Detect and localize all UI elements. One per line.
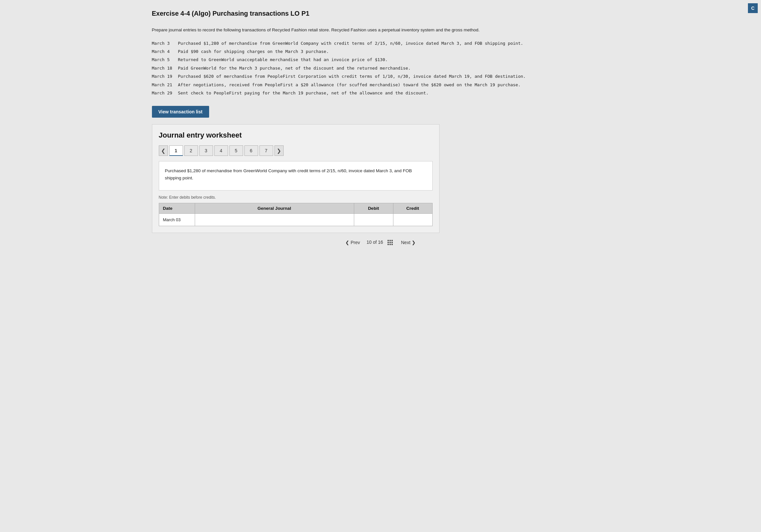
next-chevron-icon: ❯ <box>412 240 416 245</box>
transaction-date: March 21 <box>152 81 178 89</box>
transaction-text: Paid GreenWorld for the March 3 purchase… <box>178 64 610 72</box>
list-item: March 21 After negotiations, received fr… <box>152 81 610 89</box>
of-label: of <box>373 240 378 245</box>
list-item: March 29 Sent check to PeopleFirst payin… <box>152 89 610 97</box>
prev-label: Prev <box>351 240 360 245</box>
prev-tab-arrow[interactable]: ❮ <box>159 146 168 156</box>
transaction-text: After negotiations, received from People… <box>178 81 610 89</box>
worksheet-container: Journal entry worksheet ❮ 1 2 3 4 5 6 7 … <box>152 124 439 233</box>
transactions-list: March 3 Purchased $1,280 of merchandise … <box>152 39 610 97</box>
transaction-description: Purchased $1,280 of merchandise from Gre… <box>159 161 433 191</box>
transaction-text: Sent check to PeopleFirst paying for the… <box>178 89 610 97</box>
grid-icon[interactable] <box>386 240 394 245</box>
transaction-date: March 18 <box>152 64 178 72</box>
view-transaction-list-button[interactable]: View transaction list <box>152 106 209 118</box>
prev-chevron-icon: ❮ <box>345 240 349 245</box>
transaction-text: Returned to GreenWorld unacceptable merc… <box>178 56 610 63</box>
tab-navigation: ❮ 1 2 3 4 5 6 7 ❯ <box>159 146 433 156</box>
transaction-text: Purchased $1,280 of merchandise from Gre… <box>178 39 610 47</box>
tab-4[interactable]: 4 <box>214 146 228 156</box>
row-debit[interactable] <box>354 214 393 226</box>
transaction-date: March 29 <box>152 89 178 97</box>
bottom-navigation: ❮ Prev 10 of 16 Next ❯ <box>152 240 610 245</box>
credit-input[interactable] <box>393 214 432 226</box>
page-title: Exercise 4-4 (Algo) Purchasing transacti… <box>152 10 610 17</box>
next-button[interactable]: Next ❯ <box>401 240 416 245</box>
journal-table: Date General Journal Debit Credit March … <box>159 203 433 226</box>
tab-7[interactable]: 7 <box>260 146 273 156</box>
header-date: Date <box>159 203 195 214</box>
row-general-journal[interactable] <box>195 214 354 226</box>
transaction-date: March 5 <box>152 56 178 63</box>
transaction-date: March 19 <box>152 73 178 80</box>
total-pages: 16 <box>378 240 383 245</box>
tab-2[interactable]: 2 <box>184 146 198 156</box>
header-general-journal: General Journal <box>195 203 354 214</box>
tab-5[interactable]: 5 <box>229 146 243 156</box>
tab-1[interactable]: 1 <box>169 146 183 156</box>
worksheet-title: Journal entry worksheet <box>159 131 433 140</box>
current-page: 10 <box>367 240 372 245</box>
instructions-text: Prepare journal entries to record the fo… <box>152 27 610 34</box>
transaction-date: March 4 <box>152 48 178 55</box>
transaction-text: Purchased $620 of merchandise from Peopl… <box>178 73 610 80</box>
general-journal-input[interactable] <box>195 214 354 226</box>
transaction-date: March 3 <box>152 39 178 47</box>
list-item: March 19 Purchased $620 of merchandise f… <box>152 73 610 80</box>
tab-3[interactable]: 3 <box>199 146 213 156</box>
page-indicator: 10 of 16 <box>367 240 395 245</box>
page-container: C Exercise 4-4 (Algo) Purchasing transac… <box>152 10 610 245</box>
transaction-text: Paid $90 cash for shipping charges on th… <box>178 48 610 55</box>
table-header-row: Date General Journal Debit Credit <box>159 203 432 214</box>
next-tab-arrow[interactable]: ❯ <box>274 146 284 156</box>
list-item: March 3 Purchased $1,280 of merchandise … <box>152 39 610 47</box>
next-label: Next <box>401 240 410 245</box>
list-item: March 18 Paid GreenWorld for the March 3… <box>152 64 610 72</box>
note-text: Note: Enter debits before credits. <box>159 195 433 200</box>
list-item: March 5 Returned to GreenWorld unaccepta… <box>152 56 610 63</box>
list-item: March 4 Paid $90 cash for shipping charg… <box>152 48 610 55</box>
debit-input[interactable] <box>354 214 393 226</box>
row-credit[interactable] <box>393 214 432 226</box>
row-date: March 03 <box>159 214 195 226</box>
tab-6[interactable]: 6 <box>244 146 258 156</box>
table-row: March 03 <box>159 214 432 226</box>
header-debit: Debit <box>354 203 393 214</box>
header-credit: Credit <box>393 203 432 214</box>
corner-badge: C <box>748 3 758 13</box>
prev-button[interactable]: ❮ Prev <box>345 240 360 245</box>
